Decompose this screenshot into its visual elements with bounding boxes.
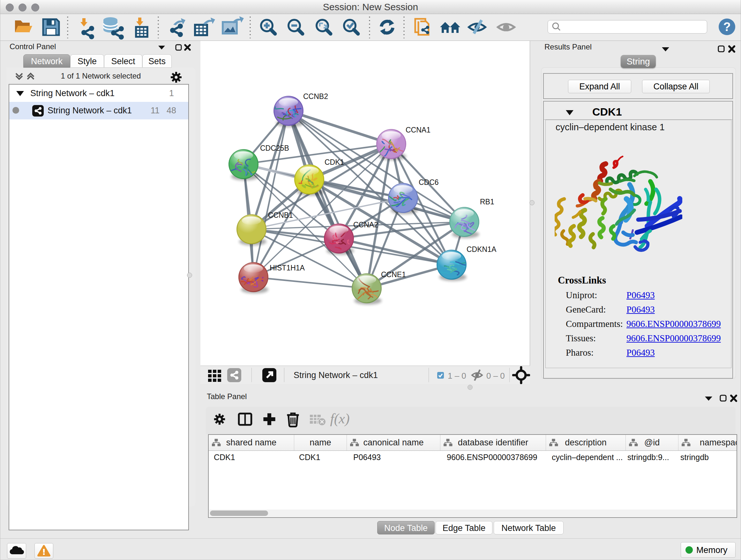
- svg-text:RB1: RB1: [480, 198, 494, 206]
- svg-text:CDC6: CDC6: [419, 178, 439, 186]
- svg-text:CCNA2: CCNA2: [353, 221, 378, 229]
- svg-text:CCNB2: CCNB2: [303, 92, 328, 101]
- svg-text:CCNB1: CCNB1: [268, 211, 293, 219]
- svg-text:f(x): f(x): [330, 411, 349, 427]
- svg-text:HIST1H1A: HIST1H1A: [270, 264, 305, 272]
- svg-text:CDKN1A: CDKN1A: [467, 245, 496, 253]
- svg-text:CCNE1: CCNE1: [381, 270, 406, 279]
- svg-text:CDC25B: CDC25B: [260, 144, 289, 152]
- svg-text:CCNA1: CCNA1: [406, 126, 430, 134]
- svg-text:CDK1: CDK1: [325, 158, 344, 166]
